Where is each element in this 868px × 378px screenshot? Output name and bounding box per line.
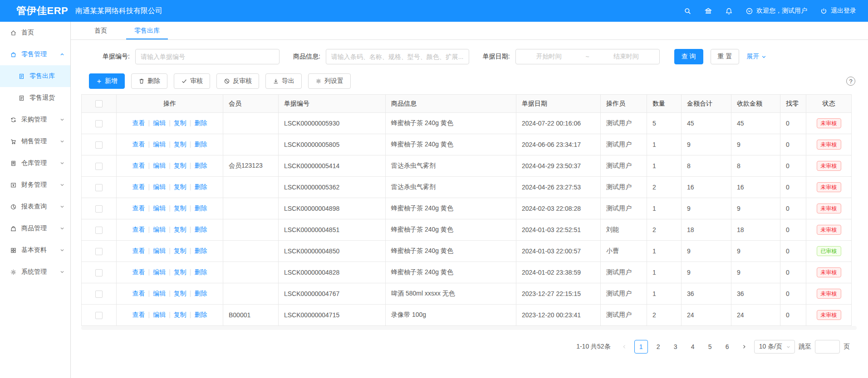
change-cell: 0 bbox=[780, 305, 806, 326]
action-link-2[interactable]: 复制 bbox=[174, 141, 186, 148]
action-link-2[interactable]: 复制 bbox=[174, 268, 186, 276]
action-link-1[interactable]: 编辑 bbox=[153, 183, 166, 190]
action-link-0[interactable]: 查看 bbox=[132, 247, 145, 254]
logout-text: 退出登录 bbox=[831, 7, 856, 15]
row-checkbox[interactable] bbox=[95, 163, 103, 170]
expand-link[interactable]: 展开 bbox=[746, 53, 767, 61]
page-number-6[interactable]: 6 bbox=[721, 340, 734, 354]
product-info-input[interactable] bbox=[326, 49, 469, 64]
row-checkbox[interactable] bbox=[95, 120, 103, 127]
tab-retail-out[interactable]: 零售出库 bbox=[126, 22, 168, 39]
unaudit-button[interactable]: 反审核 bbox=[216, 73, 259, 89]
action-link-1[interactable]: 编辑 bbox=[153, 290, 166, 297]
audit-button[interactable]: 审核 bbox=[174, 73, 210, 89]
sidebar-item-purchase[interactable]: 采购管理 bbox=[0, 109, 70, 131]
action-link-3[interactable]: 删除 bbox=[194, 204, 207, 212]
export-button[interactable]: 导出 bbox=[265, 73, 302, 89]
action-link-3[interactable]: 删除 bbox=[194, 226, 207, 233]
action-link-1[interactable]: 编辑 bbox=[153, 141, 166, 148]
action-link-1[interactable]: 编辑 bbox=[153, 204, 166, 212]
add-button[interactable]: 新增 bbox=[89, 73, 125, 89]
bell-icon[interactable] bbox=[725, 7, 733, 15]
action-link-3[interactable]: 删除 bbox=[194, 141, 207, 148]
order-no-input[interactable] bbox=[135, 49, 280, 64]
search-icon[interactable] bbox=[684, 7, 691, 15]
sidebar-item-product[interactable]: 商品管理 bbox=[0, 218, 70, 239]
action-link-0[interactable]: 查看 bbox=[132, 268, 145, 276]
action-link-3[interactable]: 删除 bbox=[194, 268, 207, 276]
row-checkbox[interactable] bbox=[95, 269, 103, 276]
date-end-placeholder[interactable]: 结束时间 bbox=[593, 53, 659, 61]
action-link-0[interactable]: 查看 bbox=[132, 204, 145, 212]
action-link-3[interactable]: 删除 bbox=[194, 162, 207, 169]
action-link-3[interactable]: 删除 bbox=[194, 290, 207, 297]
action-link-1[interactable]: 编辑 bbox=[153, 162, 166, 169]
sidebar-item-retail-return[interactable]: 零售退货 bbox=[0, 87, 70, 109]
action-link-0[interactable]: 查看 bbox=[132, 290, 145, 297]
sidebar-item-home[interactable]: 首页 bbox=[0, 22, 70, 44]
sidebar-item-warehouse[interactable]: 仓库管理 bbox=[0, 152, 70, 174]
sidebar-item-retail-out[interactable]: 零售出库 bbox=[0, 65, 70, 87]
tab-home[interactable]: 首页 bbox=[86, 22, 115, 39]
sidebar-item-retail[interactable]: 零售管理 bbox=[0, 44, 70, 65]
action-link-2[interactable]: 复制 bbox=[174, 290, 186, 297]
action-link-3[interactable]: 删除 bbox=[194, 183, 207, 190]
action-link-2[interactable]: 复制 bbox=[174, 162, 186, 169]
page-size-select[interactable]: 10 条/页 bbox=[754, 340, 795, 354]
row-checkbox[interactable] bbox=[95, 312, 103, 319]
sidebar-item-finance[interactable]: 财务管理 bbox=[0, 174, 70, 196]
action-link-2[interactable]: 复制 bbox=[174, 226, 186, 233]
action-link-2[interactable]: 复制 bbox=[174, 311, 186, 318]
page-number-3[interactable]: 3 bbox=[669, 340, 682, 354]
action-link-2[interactable]: 复制 bbox=[174, 119, 186, 126]
action-link-1[interactable]: 编辑 bbox=[153, 119, 166, 126]
action-link-2[interactable]: 复制 bbox=[174, 204, 186, 212]
sidebar-item-report[interactable]: 报表查询 bbox=[0, 196, 70, 218]
row-checkbox[interactable] bbox=[95, 205, 103, 213]
action-link-0[interactable]: 查看 bbox=[132, 141, 145, 148]
row-checkbox[interactable] bbox=[95, 184, 103, 191]
action-link-0[interactable]: 查看 bbox=[132, 119, 145, 126]
action-link-1[interactable]: 编辑 bbox=[153, 247, 166, 254]
date-range-picker[interactable]: 开始时间 ~ 结束时间 bbox=[515, 49, 660, 64]
action-link-1[interactable]: 编辑 bbox=[153, 268, 166, 276]
reset-button[interactable]: 重 置 bbox=[711, 49, 740, 64]
action-link-0[interactable]: 查看 bbox=[132, 311, 145, 318]
page-number-4[interactable]: 4 bbox=[686, 340, 700, 354]
action-link-1[interactable]: 编辑 bbox=[153, 226, 166, 233]
row-checkbox[interactable] bbox=[95, 291, 103, 298]
date-start-placeholder[interactable]: 开始时间 bbox=[516, 53, 582, 61]
row-checkbox[interactable] bbox=[95, 227, 103, 234]
row-checkbox[interactable] bbox=[95, 141, 103, 149]
next-page-button[interactable] bbox=[738, 340, 750, 353]
select-all-checkbox[interactable] bbox=[95, 100, 103, 107]
action-link-3[interactable]: 删除 bbox=[194, 247, 207, 254]
action-link-2[interactable]: 复制 bbox=[174, 247, 186, 254]
sidebar-item-system[interactable]: 系统管理 bbox=[0, 261, 70, 283]
prev-page-button[interactable] bbox=[618, 340, 631, 353]
action-link-2[interactable]: 复制 bbox=[174, 183, 186, 190]
sidebar-item-label: 零售管理 bbox=[21, 50, 55, 58]
action-link-0[interactable]: 查看 bbox=[132, 162, 145, 169]
logout-button[interactable]: 退出登录 bbox=[820, 7, 856, 15]
column-settings-button[interactable]: 列设置 bbox=[308, 73, 351, 89]
delete-button[interactable]: 删除 bbox=[131, 73, 167, 89]
sidebar-item-basic[interactable]: 基本资料 bbox=[0, 239, 70, 261]
bank-icon[interactable] bbox=[704, 7, 712, 15]
sidebar-item-sale[interactable]: 销售管理 bbox=[0, 131, 70, 152]
row-checkbox[interactable] bbox=[95, 248, 103, 255]
top-bar: 管伊佳ERP 南通某某网络科技有限公司 欢迎您，测试用户 退出登录 bbox=[0, 0, 868, 22]
page-number-5[interactable]: 5 bbox=[703, 340, 717, 354]
jump-page-input[interactable] bbox=[815, 340, 840, 354]
action-link-1[interactable]: 编辑 bbox=[153, 311, 166, 318]
action-link-0[interactable]: 查看 bbox=[132, 183, 145, 190]
action-link-3[interactable]: 删除 bbox=[194, 119, 207, 126]
action-link-0[interactable]: 查看 bbox=[132, 226, 145, 233]
search-button[interactable]: 查 询 bbox=[674, 49, 703, 64]
welcome-user[interactable]: 欢迎您，测试用户 bbox=[745, 7, 807, 15]
help-icon[interactable]: ? bbox=[846, 77, 855, 86]
page-number-1[interactable]: 1 bbox=[634, 340, 648, 354]
horizontal-scrollbar[interactable] bbox=[81, 326, 857, 330]
action-link-3[interactable]: 删除 bbox=[194, 311, 207, 318]
page-number-2[interactable]: 2 bbox=[652, 340, 665, 354]
